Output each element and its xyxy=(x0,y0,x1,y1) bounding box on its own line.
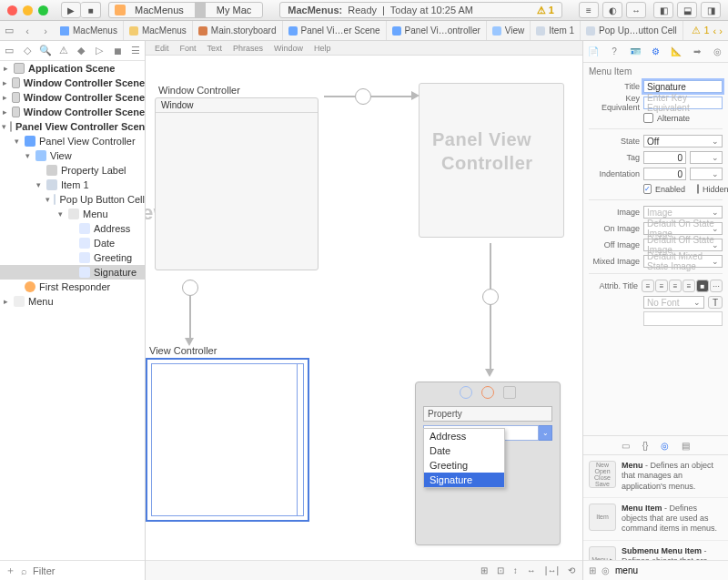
attrib-more-button[interactable]: ⋯ xyxy=(710,280,723,292)
media-lib-tab[interactable]: ▤ xyxy=(682,441,690,451)
file-inspector-tab[interactable]: 📄 xyxy=(586,45,601,59)
bindings-inspector-tab[interactable]: ◎ xyxy=(711,45,725,59)
jump-back-button[interactable]: ‹ xyxy=(18,21,36,40)
lib-item-menu-item[interactable]: Item Menu Item - Defines objects that ar… xyxy=(583,498,728,541)
file-template-lib-tab[interactable]: ▭ xyxy=(622,441,630,451)
minimize-window-button[interactable] xyxy=(23,5,33,15)
font-picker-button[interactable]: T xyxy=(708,296,723,309)
canvas-resolve-h-button[interactable]: ↔︎ xyxy=(527,565,536,575)
checkbox-enabled[interactable]: ✓ xyxy=(643,184,652,194)
run-button[interactable]: ▶ xyxy=(61,2,81,18)
test-nav-tab[interactable]: ◆ xyxy=(74,45,88,56)
outline-signature[interactable]: Signature xyxy=(0,265,145,280)
dock-exit-icon[interactable] xyxy=(503,386,516,399)
connections-inspector-tab[interactable]: ➡︎ xyxy=(690,45,704,59)
scene-application[interactable]: ▸Application Scene xyxy=(0,61,145,76)
version-editor-button[interactable]: ↔ xyxy=(626,2,646,18)
outline-date[interactable]: Date xyxy=(0,236,145,250)
lib-item-menu[interactable]: NewOpenCloseSave Menu - Defines an objec… xyxy=(583,455,728,498)
outline-greeting[interactable]: Greeting xyxy=(0,250,145,265)
document-outline[interactable]: ▸Application Scene ▸Window Controller Sc… xyxy=(0,61,145,560)
scheme-selector[interactable]: MacMenus My Mac xyxy=(108,2,263,18)
outline-first-responder[interactable]: First Responder xyxy=(0,280,145,294)
canvas-align-button[interactable]: ⊞ xyxy=(480,565,488,575)
outline-panel-vc[interactable]: ▾Panel View Controller xyxy=(0,134,145,148)
identity-inspector-tab[interactable]: 🪪 xyxy=(628,45,642,59)
menu-item-date[interactable]: Date xyxy=(424,443,504,458)
library-view-mode-button[interactable]: ⊞ xyxy=(589,565,596,575)
field-key-equivalent[interactable]: Enter Key Equivalent xyxy=(643,97,723,109)
stepper-tag[interactable] xyxy=(690,151,723,164)
checkbox-hidden[interactable] xyxy=(697,184,699,194)
field-tag[interactable]: 0 xyxy=(643,151,686,164)
report-nav-tab[interactable]: ☰ xyxy=(128,45,143,56)
jump-issues[interactable]: ⚠︎ 1‹ › xyxy=(686,25,728,36)
menu-item-greeting[interactable]: Greeting xyxy=(424,458,504,473)
scene-view-controller[interactable]: View Controller xyxy=(146,343,220,358)
outline-view[interactable]: ▾View xyxy=(0,148,145,163)
standard-editor-button[interactable]: ≡ xyxy=(579,2,599,18)
size-inspector-tab[interactable]: 📐 xyxy=(669,45,683,59)
outline-address[interactable]: Address xyxy=(0,221,145,236)
crumb-scene[interactable]: Panel Vi…er Scene xyxy=(283,21,387,40)
segue-circle-2[interactable] xyxy=(355,88,371,105)
crumb-project[interactable]: MacMenus xyxy=(55,21,124,40)
storyboard-canvas[interactable]: ew Controller Window Controller Window P… xyxy=(146,56,582,560)
activity-viewer[interactable]: MacMenus: Ready | Today at 10:25 AM ⚠︎ 1 xyxy=(279,2,562,18)
close-window-button[interactable] xyxy=(7,5,17,15)
canvas-pin-button[interactable]: ⊡ xyxy=(497,565,504,575)
outline-item1[interactable]: ▾Item 1 xyxy=(0,178,145,192)
canvas-embed-button[interactable]: |↔| xyxy=(545,565,559,575)
attrib-align-center[interactable]: ≡ xyxy=(655,280,668,292)
attrib-text-area[interactable] xyxy=(643,311,723,326)
code-snippet-lib-tab[interactable]: {} xyxy=(642,441,649,451)
quickhelp-inspector-tab[interactable]: ? xyxy=(607,45,622,59)
field-title[interactable]: Signature xyxy=(643,80,723,93)
crumb-controller[interactable]: Panel Vi…ontroller xyxy=(387,21,487,40)
attrib-color-swatch[interactable]: ■ xyxy=(696,280,709,292)
outline-popup-cell[interactable]: ▾Pop Up Button Cell xyxy=(0,192,145,207)
panel-vc-preview[interactable]: Property ⌄ Address Date Greeting Signatu… xyxy=(415,382,561,545)
view-controller-selected-box[interactable] xyxy=(146,358,309,522)
crumb-group[interactable]: MacMenus xyxy=(124,21,193,40)
navigator-filter-input[interactable] xyxy=(33,565,158,576)
select-on-image[interactable]: Default On State Image xyxy=(643,222,723,235)
stepper-indentation[interactable] xyxy=(690,168,723,180)
toggle-debug-button[interactable]: ⬓ xyxy=(677,2,697,18)
filter-add-button[interactable]: ＋ xyxy=(5,564,15,577)
outline-property-label[interactable]: Property Label xyxy=(0,163,145,178)
debug-nav-tab[interactable]: ▷ xyxy=(92,45,106,56)
field-indentation[interactable]: 0 xyxy=(643,168,686,180)
attrib-align-left[interactable]: ≡ xyxy=(642,280,654,292)
segue-circle-3[interactable] xyxy=(482,289,499,305)
object-lib-tab[interactable]: ◎ xyxy=(661,441,669,451)
jump-forward-button[interactable]: › xyxy=(36,21,55,40)
toggle-inspector-button[interactable]: ◨ xyxy=(701,2,721,18)
outline-menu-bar[interactable]: ▸Menu xyxy=(0,294,145,309)
attrib-align-justify[interactable]: ≡ xyxy=(682,280,695,292)
attributes-inspector-tab[interactable]: ⚙︎ xyxy=(648,45,662,59)
project-nav-tab[interactable]: ▭ xyxy=(2,45,16,56)
crumb-storyboard[interactable]: Main.storyboard xyxy=(193,21,283,40)
symbol-nav-tab[interactable]: ◇ xyxy=(20,45,35,56)
find-nav-tab[interactable]: 🔍 xyxy=(38,45,53,56)
toggle-navigator-button[interactable]: ◧ xyxy=(653,2,673,18)
outline-menu[interactable]: ▾Menu xyxy=(0,207,145,221)
select-image[interactable]: Image xyxy=(643,206,723,219)
zoom-window-button[interactable] xyxy=(38,5,48,15)
select-mixed-image[interactable]: Default Mixed State Image xyxy=(643,255,723,268)
scene-panel-vc[interactable]: ▾Panel View Controller Scene xyxy=(0,119,145,134)
segue-circle-1[interactable] xyxy=(182,280,198,296)
window-controller-box[interactable]: Window xyxy=(155,97,318,270)
property-label-field[interactable]: Property xyxy=(423,406,552,422)
breakpoint-nav-tab[interactable]: ⏹ xyxy=(110,46,125,56)
scene-window-1[interactable]: ▸Window Controller Scene xyxy=(0,76,145,90)
select-off-image[interactable]: Default Off State Image xyxy=(643,239,723,251)
scene-panel-vc-ghost[interactable]: Panel View Controller xyxy=(419,83,564,238)
assistant-editor-button[interactable]: ◐ xyxy=(602,2,622,18)
crumb-item1[interactable]: Item 1 xyxy=(531,21,581,40)
canvas-resize-button[interactable]: ⟲ xyxy=(568,565,575,575)
menu-item-signature[interactable]: Signature xyxy=(424,473,504,487)
crumb-view[interactable]: View xyxy=(487,21,531,40)
attrib-align-right[interactable]: ≡ xyxy=(669,280,682,292)
